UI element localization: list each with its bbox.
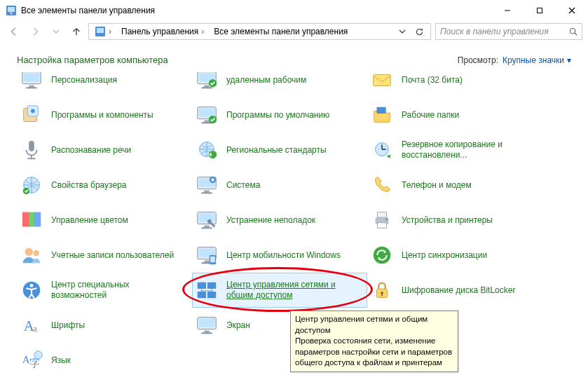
svg-point-59 [33, 250, 39, 257]
svg-rect-62 [204, 261, 210, 263]
cpl-item-defaults[interactable]: Программы по умолчанию [192, 97, 367, 132]
recent-locations-button[interactable] [48, 23, 64, 40]
refresh-button[interactable] [412, 25, 426, 39]
search-icon[interactable] [568, 26, 579, 37]
close-button[interactable] [556, 0, 588, 21]
cpl-item-users[interactable]: Учетные записи пользователей [17, 238, 192, 273]
breadcrumb-label: Панель управления [121, 27, 198, 36]
back-button[interactable] [6, 23, 22, 40]
cpl-item-programs[interactable]: Программы и компоненты [17, 97, 192, 132]
cpl-item-personalization[interactable]: Персонализация [17, 72, 192, 97]
item-label: Телефон и модем [402, 180, 472, 191]
svg-rect-4 [538, 8, 542, 13]
bitlocker-icon [369, 278, 395, 303]
svg-point-66 [374, 247, 391, 264]
item-label: Система [226, 180, 260, 191]
cpl-item-region[interactable]: Региональные стандарты [192, 132, 367, 168]
svg-rect-69 [198, 282, 206, 289]
svg-rect-51 [204, 226, 210, 228]
defaults-icon [194, 102, 219, 128]
cpl-item-printers[interactable]: Устройства и принтеры [367, 203, 549, 238]
cpl-item-browser[interactable]: Свойства браузера [17, 168, 192, 203]
fonts-icon: Aa [19, 313, 44, 338]
search-box[interactable] [435, 23, 582, 40]
cpl-item-mobility[interactable]: Центр мобильности Windows [192, 238, 367, 273]
maximize-button[interactable] [524, 0, 556, 21]
cpl-item-phone[interactable]: Телефон и модем [367, 168, 549, 203]
item-label: Рабочие папки [402, 110, 459, 121]
search-input[interactable] [439, 26, 568, 37]
svg-rect-18 [201, 87, 212, 88]
cpl-item-sync[interactable]: Центр синхронизации [367, 238, 549, 273]
svg-rect-50 [199, 214, 215, 222]
cpl-item-workfolders[interactable]: Рабочие папки [367, 97, 549, 132]
svg-text:字: 字 [29, 357, 40, 369]
svg-text:a: a [33, 323, 37, 334]
svg-point-57 [385, 219, 387, 220]
display-icon [194, 313, 219, 338]
item-label: Персонализация [51, 75, 117, 86]
svg-rect-12 [24, 74, 40, 82]
svg-point-23 [31, 109, 35, 114]
items-scroll[interactable]: Персонализацияудаленным рабочимПочта (32… [0, 72, 588, 385]
svg-rect-75 [381, 294, 383, 296]
address-history-button[interactable] [395, 25, 409, 39]
up-button[interactable] [69, 24, 84, 39]
color-icon [19, 207, 44, 233]
breadcrumb-label: Все элементы панели управления [214, 27, 348, 36]
svg-rect-56 [377, 223, 386, 228]
navbar: › Панель управления › Все элементы панел… [0, 21, 588, 45]
cpl-item-mail[interactable]: Почта (32 бита) [367, 72, 549, 97]
item-label: Язык [51, 355, 71, 366]
item-label: Шрифты [51, 320, 85, 331]
svg-rect-52 [201, 227, 212, 228]
cpl-item-accessibility[interactable]: Центр специальных возможностей [17, 273, 192, 308]
svg-rect-72 [207, 292, 216, 298]
forward-button[interactable] [27, 23, 43, 40]
cpl-item-network[interactable]: Центр управления сетями и общим доступом [192, 273, 367, 308]
cpl-item-bitlocker[interactable]: Шифрование диска BitLocker [367, 273, 549, 308]
minimize-button[interactable] [491, 0, 524, 21]
item-label: Учетные записи пользователей [51, 250, 174, 261]
address-bar[interactable]: › Панель управления › Все элементы панел… [88, 23, 431, 40]
troubleshoot-icon [194, 207, 219, 233]
svg-point-58 [25, 248, 33, 256]
svg-point-68 [30, 284, 34, 287]
breadcrumb-root-icon[interactable]: › [92, 24, 114, 39]
printers-icon [369, 207, 395, 233]
personalization-icon [19, 72, 44, 93]
chevron-right-icon: › [109, 27, 111, 36]
svg-rect-13 [29, 86, 34, 88]
mail-icon [369, 72, 395, 93]
cpl-item-color[interactable]: Управление цветом [17, 203, 192, 238]
view-dropdown[interactable]: Крупные значки ▾ [502, 55, 571, 65]
cpl-item-backup[interactable]: Резервное копирование и восстановлени... [367, 132, 549, 168]
svg-rect-70 [207, 282, 216, 289]
mobility-icon [194, 243, 219, 268]
item-label: Программы и компоненты [51, 110, 153, 121]
breadcrumb-segment-1[interactable]: Все элементы панели управления [211, 24, 350, 39]
view-label: Просмотр: [458, 55, 498, 65]
programs-icon [19, 102, 44, 128]
content-header: Настройка параметров компьютера Просмотр… [0, 50, 588, 72]
cpl-item-fonts[interactable]: AaШрифты [17, 308, 192, 343]
item-label: удаленным рабочим [226, 75, 306, 86]
tooltip-title: Центр управления сетями и общим доступом [295, 314, 453, 336]
svg-text:A: A [22, 354, 30, 365]
item-label: Центр синхронизации [402, 250, 487, 261]
svg-rect-20 [374, 74, 391, 86]
cpl-item-system[interactable]: Система [192, 168, 367, 203]
breadcrumb-segment-0[interactable]: Панель управления › [118, 24, 207, 39]
cpl-item-remote[interactable]: удаленным рабочим [192, 72, 367, 97]
remote-icon [194, 72, 219, 93]
cpl-item-speech[interactable]: Распознавание речи [17, 132, 192, 168]
svg-rect-81 [201, 332, 212, 334]
workfolders-icon [369, 102, 395, 128]
svg-rect-45 [212, 179, 214, 182]
item-label: Центр мобильности Windows [226, 250, 341, 261]
cpl-item-language[interactable]: A字Язык [17, 343, 192, 378]
language-icon: A字 [19, 348, 44, 373]
cpl-item-troubleshoot[interactable]: Устранение неполадок [192, 203, 367, 238]
item-label: Шифрование диска BitLocker [402, 285, 515, 296]
titlebar: Все элементы панели управления [0, 0, 588, 21]
